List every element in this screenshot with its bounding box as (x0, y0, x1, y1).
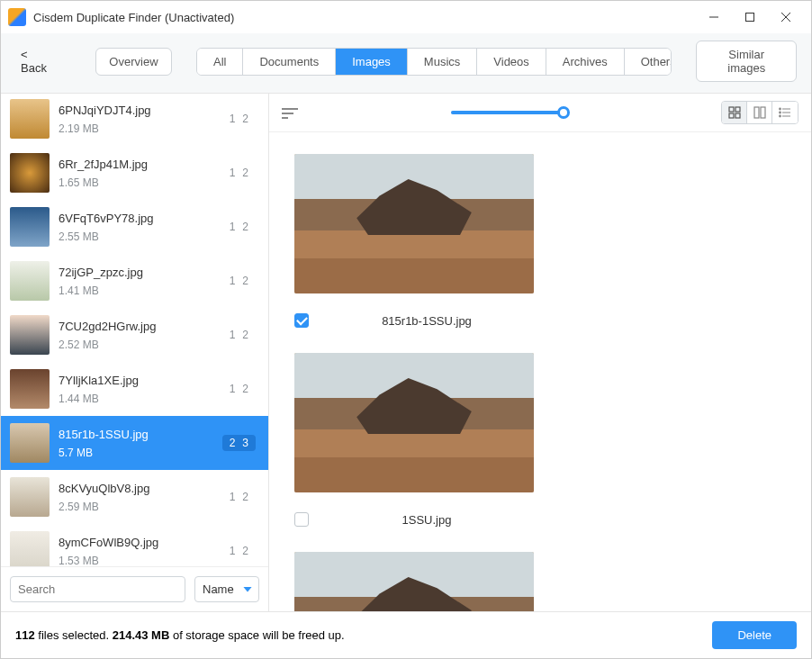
tab-images[interactable]: Images (336, 49, 408, 75)
tab-all[interactable]: All (197, 49, 243, 75)
file-counts: 12 (222, 381, 256, 397)
card-checkbox[interactable] (294, 313, 309, 328)
content: 815r1b-1SSU.jpg1SSU.jpgabc123.jpg (269, 94, 811, 611)
toolbar: < Back Overview AllDocumentsImagesMusics… (1, 33, 811, 94)
tab-archives[interactable]: Archives (546, 49, 625, 75)
thumbnail-grid[interactable]: 815r1b-1SSU.jpg1SSU.jpgabc123.jpg (269, 132, 811, 611)
file-counts: 12 (222, 111, 256, 127)
app-icon (8, 8, 26, 26)
sort-select[interactable]: Name (194, 576, 259, 602)
sort-icon[interactable] (282, 106, 298, 119)
file-thumbnail (10, 531, 50, 566)
sidebar: 6PNJqiYDJT4.jpg2.19 MB126Rr_2fJp41M.jpg1… (1, 94, 269, 611)
svg-rect-7 (735, 113, 740, 118)
svg-rect-4 (729, 107, 734, 112)
file-counts: 12 (222, 327, 256, 343)
file-thumbnail (10, 207, 50, 247)
titlebar: Cisdem Duplicate Finder (Unactivated) (1, 1, 811, 33)
file-item[interactable]: 6VFqT6vPY78.jpg2.55 MB12 (1, 200, 268, 254)
file-counts: 12 (222, 273, 256, 289)
file-item[interactable]: 7CU2gd2HGrw.jpg2.52 MB12 (1, 308, 268, 362)
status-text: 112 files selected. 214.43 MB of storage… (15, 628, 345, 642)
sidebar-footer: Name (1, 566, 268, 611)
svg-point-15 (780, 115, 781, 117)
back-button[interactable]: < Back (15, 44, 60, 78)
file-counts: 12 (222, 489, 256, 505)
main: 6PNJqiYDJT4.jpg2.19 MB126Rr_2fJp41M.jpg1… (1, 94, 811, 611)
card-filename: 1SSU.jpg (320, 513, 534, 527)
file-counts: 12 (222, 543, 256, 559)
delete-button[interactable]: Delete (712, 621, 797, 649)
card-image (294, 552, 534, 611)
file-thumbnail (10, 315, 50, 355)
file-thumbnail (10, 423, 50, 463)
thumbnail-card[interactable]: 815r1b-1SSU.jpg (294, 154, 534, 328)
file-thumbnail (10, 99, 50, 139)
close-button[interactable] (768, 4, 804, 31)
overview-button[interactable]: Overview (95, 48, 171, 76)
svg-rect-5 (735, 107, 740, 112)
file-thumbnail (10, 261, 50, 301)
thumbnail-card[interactable]: abc123.jpg (294, 552, 534, 611)
statusbar: 112 files selected. 214.43 MB of storage… (1, 611, 811, 658)
file-list[interactable]: 6PNJqiYDJT4.jpg2.19 MB126Rr_2fJp41M.jpg1… (1, 94, 268, 566)
app-title: Cisdem Duplicate Finder (Unactivated) (33, 11, 234, 24)
file-item[interactable]: 815r1b-1SSU.jpg5.7 MB23 (1, 416, 268, 470)
maximize-button[interactable] (732, 4, 768, 31)
tab-others[interactable]: Others (625, 49, 672, 75)
minimize-button[interactable] (696, 4, 732, 31)
svg-rect-9 (761, 107, 765, 118)
zoom-slider[interactable] (451, 106, 568, 119)
category-tabs: AllDocumentsImagesMusicsVideosArchivesOt… (196, 48, 672, 76)
file-item[interactable]: 6PNJqiYDJT4.jpg2.19 MB12 (1, 94, 268, 146)
card-filename: 815r1b-1SSU.jpg (320, 314, 534, 328)
file-item[interactable]: 7YlljKla1XE.jpg1.44 MB12 (1, 362, 268, 416)
file-counts: 12 (222, 165, 256, 181)
content-toolbar (269, 94, 811, 132)
file-thumbnail (10, 153, 50, 193)
card-image (294, 154, 534, 293)
file-thumbnail (10, 369, 50, 409)
file-counts: 12 (222, 219, 256, 235)
list-view-button[interactable] (772, 102, 798, 123)
columns-view-button[interactable] (747, 102, 772, 123)
file-counts: 23 (222, 435, 256, 451)
svg-point-13 (780, 108, 781, 110)
svg-point-14 (780, 112, 781, 113)
svg-rect-6 (729, 113, 734, 118)
grid-view-button[interactable] (722, 102, 747, 123)
file-item[interactable]: 8ymCFoWlB9Q.jpg1.53 MB12 (1, 524, 268, 566)
tab-videos[interactable]: Videos (477, 49, 546, 75)
svg-rect-8 (754, 107, 759, 118)
tab-documents[interactable]: Documents (243, 49, 336, 75)
file-item[interactable]: 8cKVyuQlbV8.jpg2.59 MB12 (1, 470, 268, 524)
similar-images-button[interactable]: Similar images (696, 41, 797, 82)
card-image (294, 353, 534, 492)
file-item[interactable]: 72ijGP_zpzc.jpg1.41 MB12 (1, 254, 268, 308)
svg-rect-1 (746, 14, 754, 22)
card-checkbox[interactable] (294, 512, 309, 527)
view-toggle (721, 101, 798, 124)
file-thumbnail (10, 477, 50, 517)
search-input[interactable] (10, 576, 185, 602)
file-item[interactable]: 6Rr_2fJp41M.jpg1.65 MB12 (1, 146, 268, 200)
thumbnail-card[interactable]: 1SSU.jpg (294, 353, 534, 527)
tab-musics[interactable]: Musics (408, 49, 477, 75)
